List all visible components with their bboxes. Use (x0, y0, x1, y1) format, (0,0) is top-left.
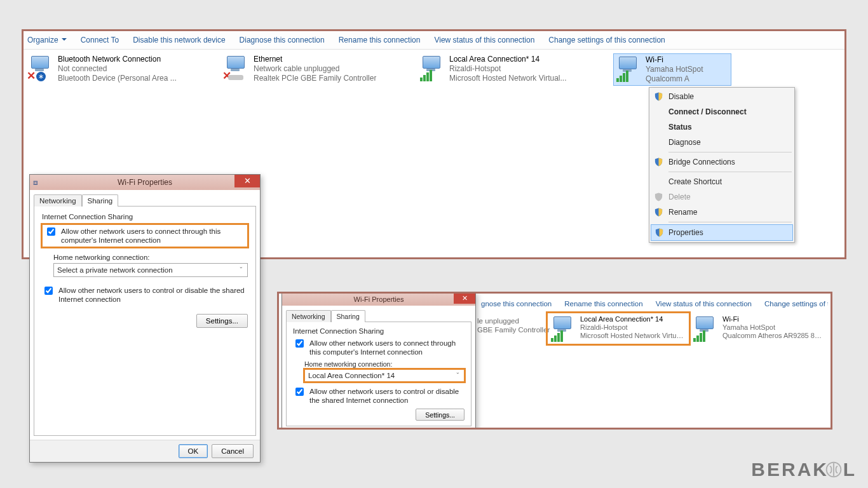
separator (668, 172, 792, 172)
conn-device: Realtek PCIe GBE Family Controller (254, 74, 376, 83)
tab-panel: Internet Connection Sharing Allow other … (34, 206, 256, 436)
sysmenu-icon[interactable]: ⧈ (33, 178, 38, 187)
toolbar-disable[interactable]: Disable this network device (133, 36, 225, 44)
tab-networking[interactable]: Networking (34, 194, 82, 207)
shield-icon (654, 157, 663, 167)
toolbar-rename[interactable]: Rename this connection (339, 36, 421, 44)
conn-device: Microsoft Hosted Network Virtual... (449, 74, 567, 83)
toolbar-status[interactable]: View status of this connection (434, 36, 534, 44)
conn-status: Rizaldi-Hotspot (580, 323, 687, 332)
home-net-label: Home networking connection: (304, 360, 465, 368)
ctx-diagnose[interactable]: Diagnose (651, 135, 793, 150)
shield-icon (654, 192, 663, 202)
tabstrip: Networking Sharing (286, 309, 471, 322)
close-button[interactable]: ✕ (454, 293, 475, 304)
allow-connect-row: Allow other network users to connect thr… (42, 224, 248, 247)
conn-name: Bluetooth Network Connection (58, 55, 177, 64)
home-net-label: Home networking connection: (53, 254, 248, 261)
ctx-label: Status (668, 123, 692, 132)
eth-status-partial: le unplugged (477, 316, 550, 325)
wifi-icon (692, 315, 719, 342)
ctx-properties[interactable]: Properties (651, 224, 793, 241)
allow-control-checkbox[interactable] (44, 287, 53, 295)
ctx-status[interactable]: Status (651, 119, 793, 135)
toolbar-diagnose[interactable]: gnose this connection (481, 300, 552, 308)
connections-list: ✕∗ Bluetooth Network Connection Not conn… (24, 50, 844, 90)
allow-connect-checkbox[interactable] (295, 339, 304, 348)
conn-status: Yamaha HotSpot (646, 65, 703, 74)
tabstrip: Networking Sharing (34, 194, 256, 206)
dialog-titlebar[interactable]: ⧈ Wi-Fi Properties ✕ (30, 175, 260, 190)
ctx-rename[interactable]: Rename (651, 205, 793, 220)
ctx-label: Bridge Connections (668, 158, 735, 166)
close-button[interactable]: ✕ (234, 175, 260, 187)
cancel-button[interactable]: Cancel (212, 444, 254, 458)
ctx-label: Diagnose (668, 138, 701, 147)
ctx-connect[interactable]: Connect / Disconnect (651, 104, 793, 119)
connection-wifi-mini[interactable]: Wi-Fi Yamaha HotSpot Qualcomm Atheros AR… (691, 314, 827, 343)
toolbar-organize[interactable]: Organize (27, 36, 67, 44)
chevron-down-icon: ˇ (236, 266, 246, 274)
tab-sharing[interactable]: Sharing (331, 310, 365, 322)
allow-control-label: Allow other network users to control or … (58, 286, 248, 304)
allow-connect-checkbox[interactable] (47, 227, 55, 236)
wifi-properties-dialog-1: ⧈ Wi-Fi Properties ✕ Networking Sharing … (29, 174, 261, 463)
chevron-down-icon: ˇ (453, 372, 463, 379)
tab-sharing[interactable]: Sharing (82, 194, 119, 207)
dialog-titlebar[interactable]: Wi-Fi Properties ✕ (282, 293, 475, 306)
ctx-label: Properties (668, 228, 703, 237)
shield-icon (654, 227, 664, 238)
connection-ethernet[interactable]: ✕ Ethernet Network cable unplugged Realt… (222, 53, 415, 86)
ctx-label: Create Shortcut (668, 177, 722, 186)
connection-bluetooth[interactable]: ✕∗ Bluetooth Network Connection Not conn… (26, 53, 219, 86)
toolbar-status[interactable]: View status of this connection (656, 300, 752, 308)
conn-status: Not connected (58, 64, 177, 74)
ctx-label: Disable (668, 92, 694, 101)
ethernet-icon: ✕ (223, 55, 250, 81)
toolbar-change[interactable]: Change settings of this connection (548, 36, 665, 44)
toolbar: Organize Connect To Disable this network… (24, 31, 844, 50)
conn-name: Wi-Fi (646, 55, 703, 65)
conn-device: Bluetooth Device (Personal Area ... (58, 74, 177, 83)
home-net-select[interactable]: Local Area Connection* 14 ˇ (304, 369, 465, 382)
connection-wifi[interactable]: Wi-Fi Yamaha HotSpot Qualcomm A (613, 53, 731, 86)
ok-button[interactable]: OK (179, 444, 208, 458)
separator (668, 152, 792, 152)
select-value: Select a private network connection (57, 266, 173, 274)
toolbar-change[interactable]: Change settings of this connectio (764, 300, 828, 308)
shield-icon (654, 92, 663, 102)
ctx-disable[interactable]: Disable (651, 89, 793, 104)
conn-name: Local Area Connection* 14 (449, 55, 567, 64)
conn-device: Qualcomm A (646, 74, 703, 84)
conn-status: Network cable unplugged (254, 64, 376, 74)
watermark: BERAK L (751, 459, 857, 480)
shield-icon (654, 207, 663, 217)
group-label: Internet Connection Sharing (42, 213, 248, 220)
wifi-properties-dialog-2: Wi-Fi Properties ✕ Networking Sharing In… (281, 292, 476, 430)
eth-dev-partial: GBE Family Controller (477, 325, 550, 334)
connection-lac14-hl[interactable]: Local Area Connection* 14 Rizaldi-Hotspo… (547, 313, 689, 344)
dialog-buttons: OK Cancel (30, 440, 260, 462)
network-icon (419, 55, 445, 81)
wifi-icon (615, 55, 642, 82)
toolbar-rename[interactable]: Rename this connection (564, 300, 642, 308)
allow-connect-label: Allow other network users to connect thr… (61, 227, 245, 245)
connection-lac14[interactable]: Local Area Connection* 14 Rizaldi-Hotspo… (417, 53, 611, 86)
toolbar-diagnose[interactable]: Diagnose this connection (240, 36, 325, 44)
ctx-label: Delete (668, 193, 691, 201)
context-menu: Disable Connect / Disconnect Status Diag… (649, 87, 795, 243)
home-net-select[interactable]: Select a private network connection ˇ (53, 263, 248, 277)
ctx-shortcut[interactable]: Create Shortcut (651, 174, 793, 189)
conn-name: Ethernet (254, 55, 376, 64)
dialog-title: Wi-Fi Properties (118, 178, 172, 187)
allow-control-checkbox[interactable] (295, 388, 304, 396)
select-value: Local Area Connection* 14 (308, 372, 395, 379)
ctx-delete: Delete (651, 189, 793, 205)
settings-button[interactable]: Settings... (196, 314, 248, 328)
conn-status: Yamaha HotSpot (722, 323, 825, 332)
ctx-bridge[interactable]: Bridge Connections (651, 154, 793, 170)
tab-networking[interactable]: Networking (286, 310, 331, 322)
dialog-title: Wi-Fi Properties (354, 295, 404, 303)
toolbar-connect[interactable]: Connect To (81, 36, 119, 44)
settings-button[interactable]: Settings... (416, 409, 465, 421)
